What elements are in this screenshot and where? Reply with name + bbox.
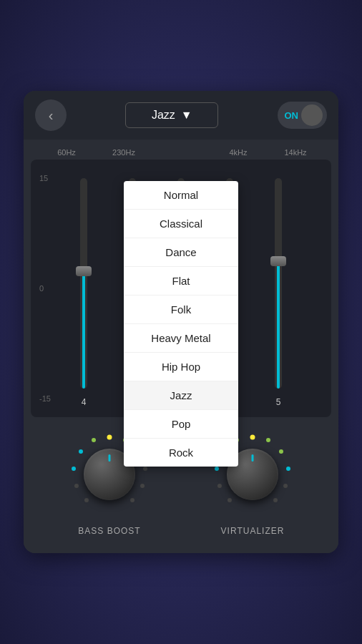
svg-point-13 [279, 449, 283, 454]
knob-indicator-virtualizer [252, 454, 254, 462]
svg-point-0 [107, 435, 112, 440]
db-15: 15 [39, 174, 57, 182]
svg-point-6 [92, 438, 96, 442]
eq-section: 60Hz 230Hz 4kHz 14kHz 15 0 -15 [24, 140, 338, 417]
svg-point-3 [143, 467, 147, 471]
freq-4khz: 4kHz [210, 148, 267, 157]
svg-point-20 [217, 484, 222, 488]
svg-point-21 [228, 498, 232, 502]
freq-empty [152, 148, 210, 157]
slider-col-1: 4 [59, 167, 108, 410]
svg-point-12 [266, 438, 270, 442]
slider-col-5: 5 [254, 167, 303, 410]
frequency-labels: 60Hz 230Hz 4kHz 14kHz [24, 148, 338, 157]
freq-60hz: 60Hz [38, 148, 95, 157]
toggle-knob [301, 104, 323, 126]
slider-1[interactable] [80, 178, 87, 389]
dropdown-item-pop[interactable]: Pop [124, 410, 238, 439]
preset-dropdown[interactable]: Jazz ▼ [125, 102, 218, 128]
svg-point-5 [130, 498, 134, 502]
freq-14khz: 14kHz [267, 148, 324, 157]
power-toggle[interactable]: ON [278, 102, 328, 129]
svg-point-8 [72, 467, 76, 471]
svg-point-19 [215, 467, 219, 471]
svg-point-14 [286, 467, 290, 471]
dropdown-item-jazz[interactable]: Jazz [124, 381, 238, 410]
dropdown-item-hiphop[interactable]: Hip Hop [124, 353, 238, 381]
knob-indicator-bass [109, 454, 111, 462]
db-neg15: -15 [39, 394, 57, 403]
dropdown-item-rock[interactable]: Rock [124, 439, 238, 467]
db-labels-right [303, 167, 326, 410]
main-panel: ‹ Jazz ▼ ON 60Hz 230Hz 4kHz 14kHz 15 0 -… [24, 91, 338, 553]
back-icon: ‹ [49, 107, 54, 124]
preset-label: Jazz [152, 109, 175, 122]
svg-point-7 [79, 449, 83, 454]
chevron-down-icon: ▼ [181, 109, 192, 122]
dropdown-item-classical[interactable]: Classical [124, 210, 238, 238]
slider-5[interactable] [275, 178, 282, 389]
svg-point-4 [140, 484, 145, 488]
dropdown-item-normal[interactable]: Normal [124, 181, 238, 210]
db-labels-left: 15 0 -15 [36, 167, 59, 410]
slider-value-1: 4 [82, 397, 87, 407]
svg-point-11 [250, 435, 255, 440]
header: ‹ Jazz ▼ ON [24, 91, 338, 140]
virtualizer-label: VIRTUALIZER [221, 526, 285, 536]
dropdown-menu: Normal Classical Dance Flat Folk Heavy M… [124, 181, 238, 467]
freq-230hz: 230Hz [95, 148, 152, 157]
toggle-label: ON [285, 110, 299, 121]
bass-boost-label: BASS BOOST [78, 526, 140, 536]
dropdown-item-folk[interactable]: Folk [124, 296, 238, 324]
svg-point-9 [74, 484, 79, 488]
db-0: 0 [39, 284, 57, 293]
back-button[interactable]: ‹ [35, 99, 67, 131]
svg-point-16 [273, 498, 278, 502]
dropdown-item-dance[interactable]: Dance [124, 238, 238, 267]
dropdown-item-heavymetal[interactable]: Heavy Metal [124, 324, 238, 353]
svg-point-15 [283, 484, 288, 488]
slider-value-5: 5 [276, 397, 281, 407]
svg-point-10 [84, 498, 89, 502]
dropdown-item-flat[interactable]: Flat [124, 267, 238, 296]
